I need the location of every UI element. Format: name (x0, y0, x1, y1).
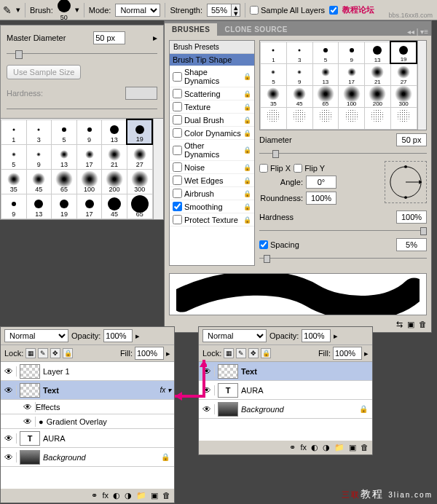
brush-tip-cell[interactable] (286, 107, 312, 129)
brush-preset-cell[interactable]: 100 (76, 169, 102, 194)
tab-clone-source[interactable]: CLONE SOURCE (217, 23, 295, 36)
brush-dropdown-icon[interactable]: ▾ (75, 5, 79, 15)
new-icon[interactable]: ▣ (407, 320, 414, 329)
layer-row[interactable]: 👁TAURA (1, 429, 174, 448)
fx-icon[interactable]: fx (102, 491, 109, 500)
folder-icon[interactable]: 📁 (136, 491, 146, 500)
spacing-slider[interactable] (259, 254, 427, 263)
brush-tip-cell[interactable] (390, 107, 417, 129)
mask-icon[interactable]: ◐ (113, 491, 120, 500)
layer-row[interactable]: 👁Layer 1 (1, 362, 174, 381)
brush-preset-cell[interactable]: 200 (102, 169, 127, 194)
brush-preset-cell[interactable]: 3 (26, 119, 52, 144)
brush-tip-cell[interactable] (365, 107, 391, 129)
lock-move-icon[interactable]: ✥ (248, 348, 259, 358)
layer-row[interactable]: 👁Effects (1, 400, 174, 414)
spacing-input[interactable] (396, 238, 427, 251)
brush-tip-cell[interactable]: 45 (286, 85, 312, 107)
link-icon[interactable]: ⚭ (289, 443, 296, 452)
brush-presets-header[interactable]: Brush Presets (170, 41, 254, 54)
flyout-icon[interactable]: ▸ (153, 33, 157, 43)
lock-all-icon[interactable]: 🔒 (63, 348, 73, 358)
lock-move-icon[interactable]: ✥ (50, 348, 60, 358)
panel-menu-icon[interactable]: ◂◂ | ▾≡ (404, 28, 431, 36)
sample-all-layers-checkbox[interactable]: Sample All Layers (250, 6, 325, 15)
brush-preset-cell[interactable]: 17 (76, 144, 102, 169)
brush-preset-cell[interactable]: 13 (102, 119, 127, 144)
brush-option-item[interactable]: Smoothing🔒 (170, 200, 254, 213)
use-sample-size-button[interactable]: Use Sample Size (7, 65, 81, 79)
trash-icon[interactable]: 🗑 (162, 491, 170, 500)
brush-preset-cell[interactable]: 1 (1, 119, 27, 144)
brush-option-item[interactable]: Shape Dynamics🔒 (170, 66, 254, 87)
strength-input[interactable]: ▴▾ (207, 4, 240, 17)
brush-tip-cell[interactable]: 65 (312, 85, 339, 107)
angle-widget[interactable] (385, 161, 427, 203)
brush-preset-cell[interactable]: 5 (1, 144, 27, 169)
diameter-input[interactable] (396, 133, 427, 146)
lock-transparency-icon[interactable]: ▦ (25, 348, 36, 358)
brush-tip-cell[interactable]: 27 (390, 63, 417, 85)
brush-preset-cell[interactable]: 35 (1, 169, 27, 194)
brush-tip-cell[interactable]: 1 (261, 42, 287, 63)
visibility-icon[interactable]: 👁 (1, 452, 17, 462)
blend-mode-select[interactable]: Normal (4, 329, 68, 342)
brush-option-item[interactable]: Scattering🔒 (170, 87, 254, 101)
brush-preset-cell[interactable]: 65 (52, 169, 77, 194)
brush-option-item[interactable]: Noise🔒 (170, 161, 254, 174)
brush-option-item[interactable]: Texture🔒 (170, 101, 254, 114)
brush-preset-cell[interactable]: 45 (26, 169, 52, 194)
brush-tip-cell[interactable]: 9 (339, 42, 365, 63)
brush-tip-cell[interactable] (261, 107, 287, 129)
brush-tip-cell[interactable]: 13 (365, 42, 391, 63)
visibility-icon[interactable]: 👁 (1, 385, 17, 395)
brush-preset-cell[interactable]: 19 (52, 194, 77, 218)
angle-input[interactable] (306, 176, 336, 189)
option-checkbox[interactable] (329, 6, 338, 15)
opacity-input[interactable] (103, 329, 133, 342)
fx-icon[interactable]: fx (300, 443, 307, 452)
brush-preset-cell[interactable]: 13 (26, 194, 52, 218)
toggle-icon[interactable]: ⇆ (396, 320, 403, 329)
brush-preset-cell[interactable]: 45 (102, 194, 127, 218)
brush-tip-cell[interactable]: 5 (261, 63, 287, 85)
layer-row[interactable]: 👁Background🔒 (1, 448, 174, 467)
brush-preset-cell[interactable]: 27 (127, 144, 152, 169)
brush-option-item[interactable]: Dual Brush🔒 (170, 114, 254, 127)
trash-icon[interactable]: 🗑 (419, 320, 427, 329)
brush-tip-cell[interactable]: 19 (390, 42, 417, 63)
new-layer-icon[interactable]: ▣ (349, 443, 356, 452)
visibility-icon[interactable]: 👁 (199, 404, 215, 414)
brush-swatch[interactable]: 50 (58, 0, 71, 21)
brush-preset-cell[interactable]: 19 (127, 119, 152, 144)
scrollbar[interactable] (153, 119, 163, 219)
layer-row[interactable]: 👁TAURA (199, 381, 372, 400)
folder-icon[interactable]: 📁 (334, 443, 345, 452)
visibility-icon[interactable]: 👁 (1, 433, 17, 444)
new-layer-icon[interactable]: ▣ (151, 491, 158, 500)
brush-preset-cell[interactable]: 300 (127, 169, 152, 194)
master-diameter-slider[interactable] (7, 49, 157, 59)
dropdown-icon[interactable]: ▾ (16, 5, 20, 15)
brush-option-item[interactable]: Color Dynamics🔒 (170, 127, 254, 140)
hardness-input[interactable] (396, 210, 427, 224)
flip-x-checkbox[interactable]: Flip X (259, 164, 291, 173)
visibility-icon[interactable]: 👁 (1, 366, 17, 377)
blend-mode-select[interactable]: Normal (202, 329, 267, 342)
layer-row[interactable]: 👁●Gradient Overlay (1, 414, 174, 429)
brush-preset-cell[interactable]: 17 (76, 194, 102, 218)
fill-input[interactable] (135, 347, 164, 360)
visibility-icon[interactable]: 👁 (20, 417, 36, 427)
layer-row[interactable]: 👁Background🔒 (199, 400, 372, 419)
brush-tip-cell[interactable]: 21 (365, 63, 391, 85)
brush-preset-cell[interactable]: 21 (102, 144, 127, 169)
brush-tip-cell[interactable] (339, 107, 365, 129)
link-icon[interactable]: ⚭ (91, 491, 98, 500)
fx-badge[interactable]: fx ▾ (160, 386, 171, 394)
brush-preset-cell[interactable]: 13 (52, 144, 77, 169)
hardness-slider[interactable] (259, 227, 427, 235)
brush-tip-cell[interactable] (312, 107, 339, 129)
lock-paint-icon[interactable]: ✎ (38, 348, 48, 358)
scrollbar[interactable] (417, 41, 426, 130)
mask-icon[interactable]: ◐ (311, 443, 318, 452)
